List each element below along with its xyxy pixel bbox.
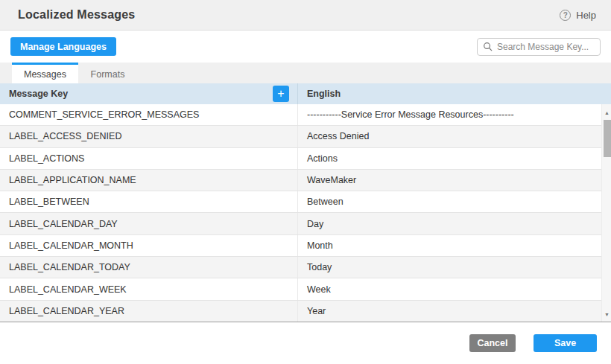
table-row[interactable]: LABEL_CALENDAR_MONTH Month [0, 235, 601, 257]
message-value-cell[interactable]: Year [298, 301, 601, 322]
table-row[interactable]: LABEL_CALENDAR_DAY Day [0, 213, 601, 234]
search-input[interactable] [477, 38, 601, 56]
scroll-up-icon[interactable]: ▲ [602, 108, 611, 118]
message-key-cell[interactable]: LABEL_CALENDAR_YEAR [0, 301, 298, 322]
page-title: Localized Messages [18, 8, 135, 22]
localized-messages-dialog: Localized Messages ? Help Manage Languag… [0, 0, 611, 364]
column-header-label: English [307, 89, 341, 99]
message-value-cell[interactable]: Week [298, 278, 601, 299]
table-row[interactable]: COMMENT_SERVICE_ERROR_MESSAGES ---------… [0, 104, 601, 126]
message-value-cell[interactable]: -----------Service Error Message Resourc… [298, 104, 601, 125]
tab-strip: Messages Formats [0, 63, 611, 83]
message-value-cell[interactable]: Month [298, 235, 601, 256]
message-value-cell[interactable]: Today [298, 257, 601, 278]
search-box [477, 38, 601, 56]
table-header: Message Key + English [0, 83, 611, 104]
table-row[interactable]: LABEL_APPLICATION_NAME WaveMaker [0, 170, 601, 191]
question-mark-icon: ? [560, 10, 571, 21]
column-header-label: Message Key [9, 89, 68, 99]
message-value-cell[interactable]: Between [298, 191, 601, 212]
message-key-cell[interactable]: LABEL_CALENDAR_WEEK [0, 278, 298, 299]
search-icon [483, 42, 493, 51]
message-value-cell[interactable]: Actions [298, 148, 601, 169]
table-row[interactable]: LABEL_CALENDAR_TODAY Today [0, 257, 601, 278]
message-value-cell[interactable]: WaveMaker [298, 170, 601, 191]
table-rows: COMMENT_SERVICE_ERROR_MESSAGES ---------… [0, 104, 601, 322]
message-key-cell[interactable]: LABEL_CALENDAR_MONTH [0, 235, 298, 256]
column-header-message-key: Message Key + [0, 83, 298, 104]
table-body: COMMENT_SERVICE_ERROR_MESSAGES ---------… [0, 104, 611, 322]
cancel-button[interactable]: Cancel [469, 334, 516, 352]
footer: Cancel Save [0, 322, 611, 364]
scroll-down-icon[interactable]: ▼ [602, 310, 611, 319]
table-row[interactable]: LABEL_BETWEEN Between [0, 191, 601, 213]
column-header-english: English [298, 83, 611, 104]
message-key-cell[interactable]: LABEL_ACCESS_DENIED [0, 126, 298, 147]
vertical-scrollbar[interactable]: ▲ ▼ [601, 104, 611, 322]
toolbar: Manage Languages [0, 31, 611, 63]
table-row[interactable]: LABEL_CALENDAR_WEEK Week [0, 278, 601, 300]
add-message-button[interactable]: + [273, 86, 289, 102]
help-button[interactable]: ? Help [560, 10, 596, 21]
table-row[interactable]: LABEL_ACTIONS Actions [0, 148, 601, 170]
table-row[interactable]: LABEL_CALENDAR_YEAR Year [0, 301, 601, 322]
manage-languages-button[interactable]: Manage Languages [10, 37, 116, 56]
scrollbar-thumb[interactable] [604, 120, 611, 157]
message-key-cell[interactable]: LABEL_CALENDAR_DAY [0, 213, 298, 234]
message-key-cell[interactable]: LABEL_CALENDAR_TODAY [0, 257, 298, 278]
message-key-cell[interactable]: LABEL_BETWEEN [0, 191, 298, 212]
plus-icon: + [277, 87, 284, 100]
message-value-cell[interactable]: Access Denied [298, 126, 601, 147]
help-label: Help [576, 10, 596, 21]
message-key-cell[interactable]: COMMENT_SERVICE_ERROR_MESSAGES [0, 104, 298, 125]
title-bar: Localized Messages ? Help [0, 0, 611, 31]
tab-formats[interactable]: Formats [78, 63, 137, 83]
tab-messages[interactable]: Messages [12, 63, 78, 83]
table-row[interactable]: LABEL_ACCESS_DENIED Access Denied [0, 126, 601, 147]
message-key-cell[interactable]: LABEL_ACTIONS [0, 148, 298, 169]
message-key-cell[interactable]: LABEL_APPLICATION_NAME [0, 170, 298, 191]
message-value-cell[interactable]: Day [298, 213, 601, 234]
save-button[interactable]: Save [534, 334, 597, 352]
